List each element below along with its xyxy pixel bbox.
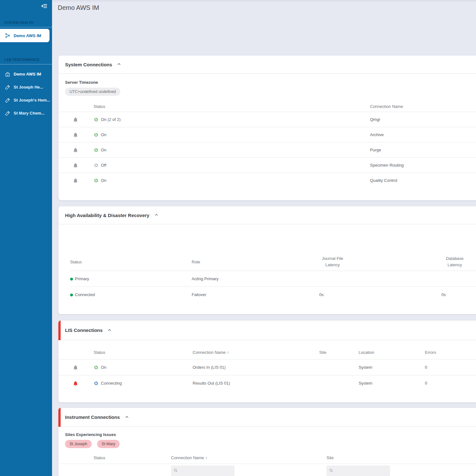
building-icon — [5, 71, 10, 77]
sidebar-item-st-mary-chem[interactable]: St Mary Chem... — [0, 107, 52, 120]
column-header-status: Status — [93, 350, 193, 355]
sidebar-item-demo-aws-im-health[interactable]: Demo AWS IM — [0, 29, 50, 42]
column-header-errors: Errors — [425, 350, 476, 355]
status-text: On — [101, 365, 106, 370]
table-row: On Archive — [58, 127, 476, 142]
sidebar-divider — [0, 27, 52, 27]
test-tube-icon — [5, 110, 10, 116]
column-header-connection-name[interactable]: Connection Name↑ — [193, 350, 319, 355]
error-indicator-stripe — [58, 408, 61, 427]
sidebar-item-st-joseph-he[interactable]: St Joseph He... — [0, 81, 52, 94]
site-filter-input[interactable] — [327, 466, 390, 476]
server-timezone-label: Server Timezone — [65, 80, 476, 85]
table-row: On Orders In (LIS 01) System 0 — [58, 359, 476, 375]
table-row: On Purge — [58, 142, 476, 157]
main-content: Demo AWS IM System Connections Server Ti… — [52, 0, 476, 476]
column-header-database-latency: Database Latency — [441, 255, 468, 268]
column-header-role: Role — [192, 260, 319, 264]
status-text: On — [101, 148, 106, 152]
instrument-connections-panel: Instrument Connections Sites Experiencin… — [58, 408, 476, 476]
connection-name-filter-input[interactable] — [171, 466, 235, 476]
test-tube-icon — [5, 84, 10, 90]
ha-dr-panel: High Availability & Disaster Recovery St… — [58, 206, 476, 314]
bell-icon[interactable] — [73, 178, 78, 183]
connection-name: Specimen Routing — [370, 163, 476, 168]
error-indicator-stripe — [58, 321, 61, 340]
role-text: Acting Primary — [192, 276, 319, 281]
table-row: On Quality Control — [58, 173, 476, 188]
site-issue-chip: St Joseph — [65, 440, 92, 448]
system-connections-panel: System Connections Server Timezone UTC+u… — [58, 56, 476, 200]
power-connecting-icon — [94, 381, 99, 386]
chevron-up-icon — [116, 62, 122, 67]
power-on-icon — [94, 148, 99, 153]
status-text: Primary — [75, 276, 89, 281]
status-text: On (2 of 2) — [101, 117, 121, 122]
column-header-connection-name[interactable]: Connection Name↑ — [171, 455, 327, 460]
chevron-up-icon — [107, 327, 113, 333]
column-header-location: Location — [359, 350, 425, 355]
column-header-site: Site — [319, 350, 359, 355]
collapse-panel-button[interactable] — [116, 62, 122, 67]
panel-title: High Availability & Disaster Recovery — [65, 213, 149, 218]
connection-name: Purge — [370, 148, 476, 152]
table-row: Connected Failover 0s 0s — [70, 287, 476, 302]
collapse-panel-button[interactable] — [154, 212, 160, 218]
connection-name: Orders In (LIS 01) — [193, 365, 319, 370]
bell-icon[interactable] — [73, 147, 78, 153]
bell-icon[interactable] — [73, 162, 78, 168]
status-text: Connected — [75, 292, 95, 297]
column-header-status: Status — [93, 104, 370, 109]
location-value: System — [359, 365, 425, 370]
site-issue-chip: St Mary — [97, 440, 120, 448]
table-row: Primary Acting Primary — [70, 271, 476, 287]
sidebar-item-label: Demo AWS IM — [14, 72, 41, 76]
sort-ascending-icon: ↑ — [227, 350, 229, 355]
table-row: On (2 of 2) Qmgr — [58, 112, 476, 127]
collapse-panel-button[interactable] — [107, 327, 113, 333]
table-row: Off Specimen Routing — [58, 157, 476, 173]
sort-ascending-icon: ↑ — [205, 455, 208, 460]
bell-icon[interactable] — [73, 365, 78, 370]
search-icon — [173, 468, 178, 474]
collapse-panel-button[interactable] — [124, 414, 130, 420]
collapse-sidebar-button[interactable] — [40, 3, 48, 11]
power-off-icon — [94, 163, 99, 168]
bell-icon[interactable] — [73, 132, 78, 138]
status-dot-green — [70, 278, 73, 281]
panel-title: Instrument Connections — [65, 414, 120, 420]
server-timezone-chip: UTC+undefined undefined — [65, 88, 120, 96]
database-latency-value: 0s — [441, 292, 476, 297]
network-icon — [5, 33, 10, 38]
status-dot-green — [70, 294, 73, 296]
status-text: Connecting — [101, 381, 122, 386]
status-text: Off — [101, 163, 106, 168]
connection-name: Quality Control — [370, 178, 476, 183]
power-on-icon — [94, 117, 99, 122]
sidebar-item-st-josephs-hem[interactable]: St Joseph's Hem... — [0, 94, 52, 107]
sidebar-section-lab-performance: LAB PERFORMANCE — [4, 58, 52, 62]
role-text: Failover — [192, 292, 319, 297]
status-text: On — [101, 178, 106, 183]
column-header-status: Status — [70, 260, 192, 264]
bell-alert-icon[interactable] — [73, 380, 78, 386]
lis-connections-panel: LIS Connections Status Connection Name↑ … — [58, 321, 476, 402]
sites-experiencing-issues-label: Sites Experiencing Issues — [65, 432, 476, 437]
location-value: System — [359, 381, 425, 386]
sidebar-divider — [0, 64, 52, 64]
table-row: Connecting Results Out (LIS 01) System 0 — [58, 375, 476, 391]
power-on-icon — [94, 178, 99, 183]
sidebar-item-demo-aws-im-lab[interactable]: Demo AWS IM — [0, 68, 52, 81]
connection-name: Qmgr — [370, 117, 476, 122]
sidebar-item-label: St Joseph He... — [14, 85, 43, 89]
test-tube-icon — [5, 97, 10, 103]
sidebar-item-label: Demo AWS IM — [14, 33, 41, 38]
sidebar-item-label: St Mary Chem... — [14, 111, 45, 116]
errors-value: 0 — [425, 365, 476, 370]
column-header-status: Status — [93, 455, 171, 460]
collapse-sidebar-icon — [41, 3, 48, 11]
bell-icon[interactable] — [73, 117, 78, 122]
column-header-journal-latency: Journal File Latency — [319, 255, 346, 268]
sidebar: SYSTEM HEALTH Demo AWS IM LAB PERFORMANC… — [0, 0, 52, 476]
chevron-up-icon — [154, 212, 160, 217]
